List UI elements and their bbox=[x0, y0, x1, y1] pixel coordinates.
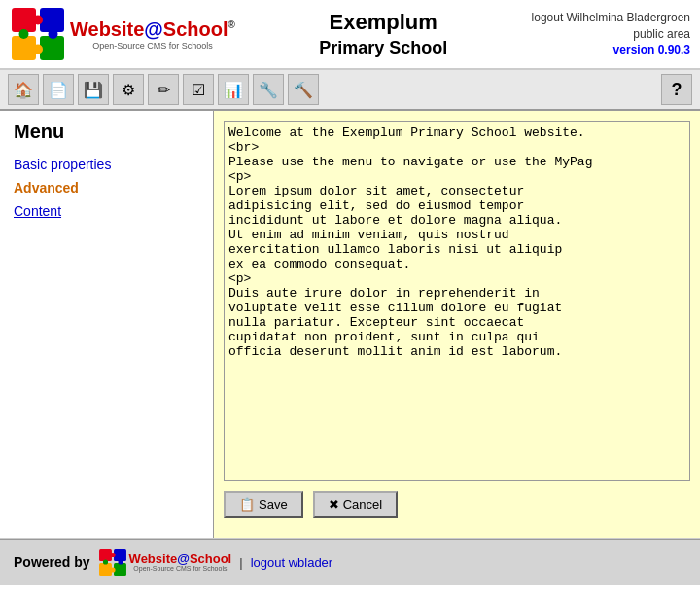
sidebar-item-basic-properties[interactable]: Basic properties bbox=[14, 157, 199, 172]
toolbar-icons: 🏠 📄 💾 ⚙ ✏ ☑ 📊 🔧 🔨 bbox=[8, 74, 319, 105]
svg-point-5 bbox=[49, 29, 58, 39]
svg-rect-2 bbox=[12, 36, 36, 60]
header: Website@School® Open-Source CMS for Scho… bbox=[0, 0, 700, 70]
svg-point-14 bbox=[110, 567, 115, 572]
main-content: Menu Basic properties Advanced Content 📋… bbox=[0, 111, 700, 539]
content-buttons: 📋 Save ✖ Cancel bbox=[224, 491, 690, 518]
svg-point-15 bbox=[103, 559, 108, 564]
footer-logo-puzzle-icon bbox=[98, 548, 127, 577]
content-textarea[interactable] bbox=[224, 121, 690, 481]
settings-icon[interactable]: ⚙ bbox=[113, 74, 144, 105]
svg-rect-1 bbox=[40, 8, 64, 32]
area-text: public area bbox=[633, 27, 690, 41]
svg-point-13 bbox=[118, 559, 122, 564]
help-icon[interactable]: ? bbox=[661, 74, 692, 105]
powered-by-text: Powered by bbox=[14, 554, 90, 570]
cancel-button[interactable]: ✖ Cancel bbox=[313, 491, 398, 518]
sidebar-item-advanced[interactable]: Advanced bbox=[14, 180, 199, 196]
logo-puzzle-icon bbox=[10, 6, 66, 62]
wrench-icon[interactable]: 🔨 bbox=[288, 74, 319, 105]
svg-point-7 bbox=[19, 29, 29, 39]
check-icon[interactable]: ☑ bbox=[183, 74, 214, 105]
reg-mark: ® bbox=[228, 19, 235, 30]
cancel-icon-symbol: ✖ bbox=[329, 497, 339, 512]
cancel-label: Cancel bbox=[343, 497, 382, 512]
page-icon[interactable]: 📄 bbox=[43, 74, 74, 105]
svg-rect-11 bbox=[114, 563, 126, 576]
chart-icon[interactable]: 📊 bbox=[218, 74, 249, 105]
logo-area: Website@School® Open-Source CMS for Scho… bbox=[10, 6, 235, 62]
svg-rect-8 bbox=[99, 549, 112, 561]
sidebar-item-content[interactable]: Content bbox=[14, 203, 199, 219]
version-text: version 0.90.3 bbox=[613, 43, 690, 56]
content-area: 📋 Save ✖ Cancel bbox=[214, 111, 700, 538]
user-text: logout Wilhelmina Bladergroen bbox=[532, 11, 690, 24]
svg-point-6 bbox=[33, 45, 43, 54]
footer-logo: Website@School Open-Source CMS for Schoo… bbox=[98, 548, 232, 577]
svg-rect-3 bbox=[40, 36, 64, 60]
svg-point-4 bbox=[33, 16, 43, 25]
footer-logout-link[interactable]: logout wblader bbox=[251, 555, 333, 570]
sidebar: Menu Basic properties Advanced Content bbox=[0, 111, 214, 538]
save-label: Save bbox=[259, 497, 288, 512]
svg-rect-10 bbox=[99, 563, 112, 576]
user-info: logout Wilhelmina Bladergroen public are… bbox=[532, 10, 690, 58]
svg-point-12 bbox=[110, 553, 115, 557]
edit-icon[interactable]: ✏ bbox=[148, 74, 179, 105]
site-title: Exemplum Primary School bbox=[235, 9, 532, 59]
logo-subtext: Open-Source CMS for Schools bbox=[70, 41, 235, 51]
svg-rect-0 bbox=[12, 8, 36, 32]
svg-rect-9 bbox=[114, 549, 126, 561]
site-subtitle: Primary School bbox=[235, 37, 532, 59]
save-icon-symbol: 📋 bbox=[239, 497, 255, 512]
tools-icon[interactable]: 🔧 bbox=[253, 74, 284, 105]
save-icon[interactable]: 💾 bbox=[78, 74, 109, 105]
save-button[interactable]: 📋 Save bbox=[224, 491, 303, 518]
site-name: Exemplum bbox=[235, 9, 532, 37]
home-icon[interactable]: 🏠 bbox=[8, 74, 39, 105]
toolbar: 🏠 📄 💾 ⚙ ✏ ☑ 📊 🔧 🔨 ? bbox=[0, 70, 700, 111]
footer: Powered by Website@School Open-Source CM… bbox=[0, 539, 700, 585]
menu-title: Menu bbox=[14, 121, 199, 143]
footer-separator: | bbox=[239, 555, 242, 570]
